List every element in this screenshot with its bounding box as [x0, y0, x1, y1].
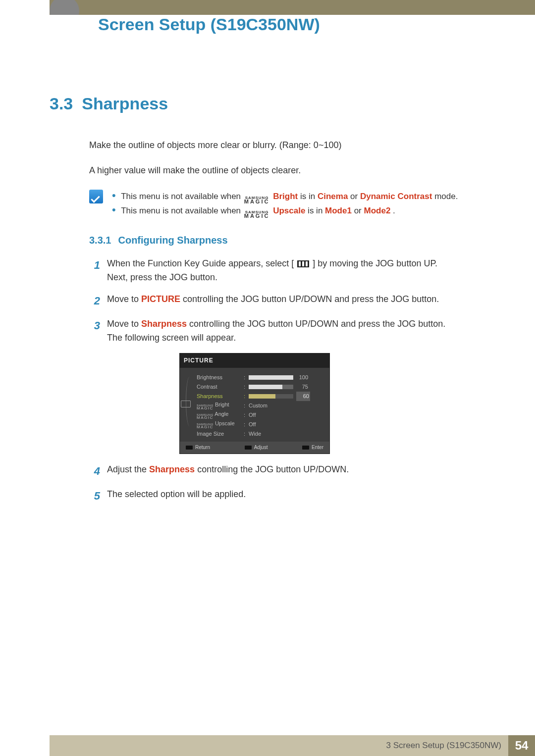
- intro-paragraph-2: A higher value will make the outline of …: [89, 163, 490, 178]
- note1-feature: Bright: [273, 192, 298, 201]
- svg-rect-2: [302, 261, 304, 266]
- intro-paragraph-1: Make the outline of objects more clear o…: [89, 138, 490, 152]
- step-body: The selected option will be applied.: [107, 488, 490, 504]
- header-left-pad: [0, 0, 50, 15]
- note-list: • This menu is not available when SAMSUN…: [112, 190, 490, 218]
- svg-rect-3: [306, 261, 308, 266]
- bullet-icon: •: [112, 203, 116, 216]
- osd-row-brightness: Brightness : 100: [186, 373, 322, 382]
- step-number: 5: [89, 488, 100, 504]
- osd-slider: [249, 385, 293, 389]
- osd-foot-return: Return: [186, 444, 210, 452]
- note-item-1: • This menu is not available when SAMSUN…: [112, 190, 490, 204]
- subsection-header: 3.3.1 Configuring Sharpness: [89, 232, 490, 248]
- header-bar: [0, 0, 535, 15]
- chapter-title: Screen Setup (S19C350NW): [98, 15, 320, 34]
- osd-footer: Return Adjust Enter: [180, 442, 329, 454]
- note-icon: [89, 190, 103, 203]
- svg-rect-1: [299, 261, 301, 266]
- section-header: 3.3 Sharpness: [50, 94, 490, 113]
- step-number: 2: [89, 293, 100, 309]
- osd-foot-enter: Enter: [302, 444, 323, 452]
- osd-row-magic-bright: SAMSUNG MAGIC Bright : Custom: [186, 401, 322, 410]
- footer-chapter: 3 Screen Setup (S19C350NW): [386, 741, 501, 751]
- note-box: • This menu is not available when SAMSUN…: [89, 190, 490, 218]
- note2-mode1: Mode1: [325, 206, 352, 215]
- page-number: 54: [508, 735, 535, 756]
- bullet-icon: •: [112, 189, 116, 202]
- osd-foot-adjust: Adjust: [245, 444, 268, 452]
- page: Screen Setup (S19C350NW) 3.3 Sharpness M…: [0, 0, 535, 756]
- note2-feature: Upscale: [273, 206, 305, 215]
- step-3: 3 Move to Sharpness controlling the JOG …: [89, 317, 490, 345]
- note2-pre: This menu is not available when: [121, 206, 243, 215]
- step-body: Adjust the Sharpness controlling the JOG…: [107, 463, 490, 480]
- step-number: 3: [89, 317, 100, 345]
- osd-slider-selected: [249, 394, 293, 399]
- osd-row-sharpness-selected: Sharpness : 60: [186, 392, 322, 401]
- osd-slider: [249, 375, 293, 380]
- samsung-magic-logo: SAMSUNG MAGIC: [244, 211, 270, 218]
- keyword-picture: PICTURE: [141, 294, 180, 304]
- step-number: 1: [89, 257, 100, 285]
- bracket-left: [: [291, 258, 294, 268]
- subsection-number: 3.3.1: [89, 232, 111, 248]
- steps-list: 1 When the Function Key Guide appears, s…: [89, 257, 490, 504]
- note1-mode1: Cinema: [318, 192, 348, 201]
- section-number: 3.3: [50, 94, 73, 113]
- step-body: Move to Sharpness controlling the JOG bu…: [107, 317, 490, 345]
- osd-panel: PICTURE Brightness : 100: [179, 353, 330, 454]
- step-number: 4: [89, 463, 100, 480]
- osd-row-contrast: Contrast : 75: [186, 382, 322, 392]
- step-1: 1 When the Function Key Guide appears, s…: [89, 257, 490, 285]
- note2-mode2: Mode2: [364, 206, 391, 215]
- content: 3.3 Sharpness Make the outline of object…: [50, 94, 490, 512]
- footer: 3 Screen Setup (S19C350NW) 54: [0, 735, 535, 756]
- bracket-right: ]: [313, 258, 315, 268]
- note-item-2: • This menu is not available when SAMSUN…: [112, 204, 490, 218]
- note1-mode2: Dynamic Contrast: [360, 192, 432, 201]
- footer-bar: 3 Screen Setup (S19C350NW) 54: [50, 735, 535, 756]
- keyword-sharpness: Sharpness: [141, 319, 187, 329]
- subsection-title: Configuring Sharpness: [118, 232, 227, 248]
- chapter-badge: [50, 0, 79, 26]
- menu-icon: [297, 260, 309, 267]
- keyword-sharpness: Sharpness: [149, 464, 195, 474]
- samsung-magic-logo: SAMSUNG MAGIC: [244, 197, 270, 204]
- section-title: Sharpness: [82, 94, 168, 113]
- osd-body: Brightness : 100 Contrast :: [180, 368, 329, 442]
- step-2: 2 Move to PICTURE controlling the JOG bu…: [89, 293, 490, 309]
- osd-row-magic-angle: SAMSUNG MAGIC Angle : Off: [186, 410, 322, 420]
- footer-left-pad: [0, 735, 50, 756]
- osd-row-image-size: Image Size : Wide: [186, 429, 322, 439]
- samsung-magic-logo: SAMSUNG MAGIC: [197, 423, 214, 429]
- osd-row-magic-upscale: SAMSUNG MAGIC Upscale : Off: [186, 420, 322, 429]
- step-body: Move to PICTURE controlling the JOG butt…: [107, 293, 490, 309]
- step-4: 4 Adjust the Sharpness controlling the J…: [89, 463, 490, 480]
- osd-title: PICTURE: [180, 353, 329, 368]
- step-body: When the Function Key Guide appears, sel…: [107, 257, 490, 285]
- step-5: 5 The selected option will be applied.: [89, 488, 490, 504]
- osd-side-menu-icon: [181, 401, 191, 407]
- note1-pre: This menu is not available when: [121, 192, 243, 201]
- section-body: Make the outline of objects more clear o…: [89, 138, 490, 504]
